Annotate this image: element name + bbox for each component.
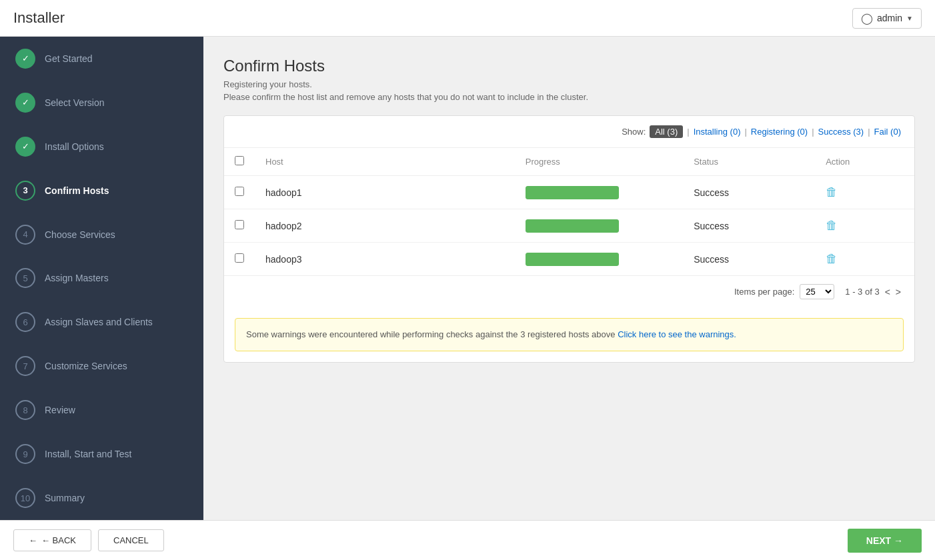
warning-text: Some warnings were encountered while per… <box>246 329 618 339</box>
filter-sep-4: | <box>868 127 870 137</box>
step-indicator-5: 4 <box>15 225 35 245</box>
page-title: Confirm Hosts <box>223 57 915 75</box>
show-label: Show: <box>622 127 646 137</box>
next-page-button[interactable]: > <box>896 287 901 297</box>
cancel-button[interactable]: CANCEL <box>98 529 164 551</box>
step-indicator-10: 9 <box>15 444 35 464</box>
filter-sep-2: | <box>744 127 746 137</box>
main-layout: ✓ Get Started ✓ Select Version ✓ Install… <box>0 37 935 520</box>
col-progress: Progress <box>515 148 683 176</box>
status-3: Success <box>683 243 815 276</box>
host-name-3: hadoop3 <box>255 243 515 276</box>
step-indicator-4: 3 <box>15 181 35 201</box>
warning-box: Some warnings were encountered while per… <box>235 318 904 351</box>
step-indicator-7: 6 <box>15 312 35 332</box>
content-area: Confirm Hosts Registering your hosts. Pl… <box>203 37 935 520</box>
next-button[interactable]: NEXT → <box>848 529 922 553</box>
step-indicator-9: 8 <box>15 400 35 420</box>
step-indicator-2: ✓ <box>15 93 35 113</box>
row-checkbox-1[interactable] <box>235 187 244 196</box>
filter-all-badge[interactable]: All (3) <box>650 125 683 138</box>
sidebar-label-summary: Summary <box>45 493 85 503</box>
step-indicator-3: ✓ <box>15 137 35 157</box>
sidebar-item-review[interactable]: 8 Review <box>0 388 203 432</box>
sidebar-label-customize-services: Customize Services <box>45 361 127 371</box>
back-button[interactable]: ← ← BACK <box>13 529 91 551</box>
sidebar-item-assign-slaves[interactable]: 6 Assign Slaves and Clients <box>0 300 203 344</box>
progress-bar-1 <box>526 186 619 199</box>
filter-registering-link[interactable]: Registering (0) <box>751 127 808 137</box>
filter-sep-1: | <box>687 127 689 137</box>
col-status: Status <box>683 148 815 176</box>
page-range: 1 - 3 of 3 <box>845 287 879 297</box>
header: Installer ◯ admin ▼ <box>0 0 935 37</box>
progress-fill-1 <box>526 186 619 199</box>
row-checkbox-2[interactable] <box>235 220 244 229</box>
col-action: Action <box>815 148 914 176</box>
next-label: NEXT → <box>866 535 903 546</box>
step-indicator-1: ✓ <box>15 49 35 69</box>
sidebar-label-confirm-hosts: Confirm Hosts <box>45 185 109 196</box>
filter-sep-3: | <box>812 127 814 137</box>
sidebar-item-choose-services[interactable]: 4 Choose Services <box>0 213 203 257</box>
filter-fail-link[interactable]: Fail (0) <box>874 127 901 137</box>
hosts-table-card: Show: All (3) | Installing (0) | Registe… <box>223 115 915 363</box>
hosts-table: Host Progress Status Action hadoop1 <box>224 148 914 275</box>
user-label: admin <box>877 13 902 23</box>
host-name-2: hadoop2 <box>255 209 515 243</box>
user-menu-button[interactable]: ◯ admin ▼ <box>852 8 922 29</box>
step-indicator-11: 10 <box>15 488 35 508</box>
status-1: Success <box>683 176 815 209</box>
sidebar-label-choose-services: Choose Services <box>45 229 115 240</box>
table-row: hadoop2 Success 🗑 <box>224 209 914 243</box>
sidebar-label-select-version: Select Version <box>45 97 105 108</box>
footer: ← ← BACK CANCEL NEXT → <box>0 520 935 560</box>
sidebar-item-get-started[interactable]: ✓ Get Started <box>0 37 203 81</box>
step-indicator-8: 7 <box>15 356 35 376</box>
sidebar-item-confirm-hosts[interactable]: 3 Confirm Hosts <box>0 169 203 213</box>
app-title: Installer <box>13 9 65 27</box>
warning-link[interactable]: Click here to see the warnings. <box>618 329 736 339</box>
sidebar-item-assign-masters[interactable]: 5 Assign Masters <box>0 257 203 301</box>
page-subtitle-1: Registering your hosts. <box>223 79 915 89</box>
sidebar-label-review: Review <box>45 405 75 415</box>
table-row: hadoop3 Success 🗑 <box>224 243 914 276</box>
sidebar-label-assign-slaves: Assign Slaves and Clients <box>45 317 153 327</box>
items-per-page-label: Items per page: <box>734 287 794 297</box>
sidebar-item-install-start[interactable]: 9 Install, Start and Test <box>0 432 203 476</box>
sidebar-label-install-options: Install Options <box>45 141 104 152</box>
pagination-row: Items per page: 25 50 100 1 - 3 of 3 < > <box>224 275 914 307</box>
chevron-down-icon: ▼ <box>906 15 913 22</box>
filter-bar: Show: All (3) | Installing (0) | Registe… <box>224 116 914 148</box>
delete-button-2[interactable]: 🗑 <box>826 219 838 233</box>
step-indicator-6: 5 <box>15 268 35 288</box>
progress-bar-3 <box>526 253 619 266</box>
sidebar-label-get-started: Get Started <box>45 53 93 64</box>
sidebar: ✓ Get Started ✓ Select Version ✓ Install… <box>0 37 203 520</box>
row-checkbox-3[interactable] <box>235 253 244 263</box>
sidebar-item-customize-services[interactable]: 7 Customize Services <box>0 344 203 388</box>
select-all-checkbox[interactable] <box>235 156 244 165</box>
filter-success-link[interactable]: Success (3) <box>818 127 864 137</box>
sidebar-label-assign-masters: Assign Masters <box>45 273 109 283</box>
sidebar-item-install-options[interactable]: ✓ Install Options <box>0 125 203 169</box>
per-page-select[interactable]: 25 50 100 <box>800 284 834 299</box>
page-subtitle-2: Please confirm the host list and remove … <box>223 92 915 102</box>
table-row: hadoop1 Success 🗑 <box>224 176 914 209</box>
progress-bar-2 <box>526 219 619 233</box>
back-arrow-icon: ← <box>29 535 37 545</box>
sidebar-item-summary[interactable]: 10 Summary <box>0 476 203 520</box>
status-2: Success <box>683 209 815 243</box>
progress-fill-2 <box>526 219 619 233</box>
delete-button-3[interactable]: 🗑 <box>826 252 838 266</box>
delete-button-1[interactable]: 🗑 <box>826 185 838 199</box>
col-host: Host <box>255 148 515 176</box>
user-icon: ◯ <box>861 12 873 25</box>
host-name-1: hadoop1 <box>255 176 515 209</box>
sidebar-item-select-version[interactable]: ✓ Select Version <box>0 81 203 125</box>
sidebar-label-install-start: Install, Start and Test <box>45 449 131 459</box>
filter-installing-link[interactable]: Installing (0) <box>694 127 741 137</box>
prev-page-button[interactable]: < <box>885 287 890 297</box>
progress-fill-3 <box>526 253 619 266</box>
